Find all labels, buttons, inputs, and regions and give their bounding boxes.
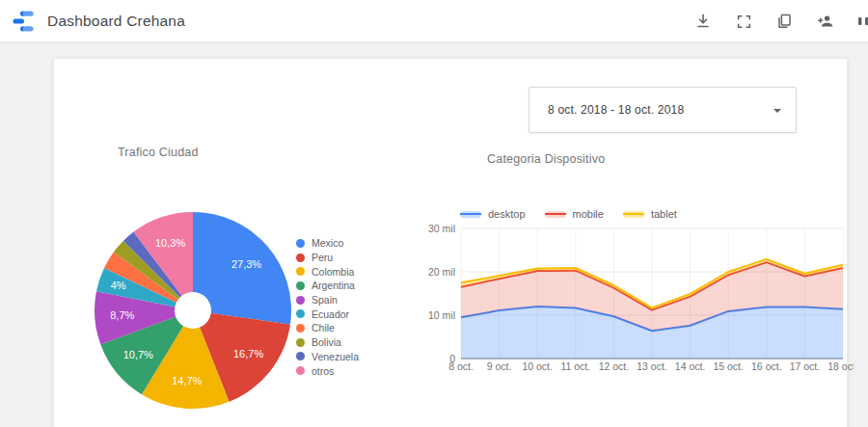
report-title: Dashboard Crehana xyxy=(47,13,185,30)
traffic-city-pie-chart[interactable]: 27,3%16,7%14,7%10,7%8,7%4%10,3% xyxy=(92,209,294,412)
legend-label: Colombia xyxy=(312,266,354,278)
copy-pages-icon[interactable] xyxy=(772,9,797,34)
pie-legend-item-bolivia: Bolivia xyxy=(296,335,359,350)
area-legend-item-desktop: desktop xyxy=(460,208,526,220)
legend-label: Venezuela xyxy=(312,351,359,362)
legend-label: Chile xyxy=(312,322,335,334)
x-tick-label: 12 oct. xyxy=(599,360,630,372)
date-range-selector[interactable]: 8 oct. 2018 - 18 oct. 2018 xyxy=(529,87,797,133)
legend-color-dot xyxy=(296,254,305,262)
area-legend-item-tablet: tablet xyxy=(623,208,677,220)
legend-swatch xyxy=(545,211,566,218)
legend-label: desktop xyxy=(488,208,526,220)
x-tick-label: 11 oct. xyxy=(560,360,590,372)
legend-swatch-line xyxy=(623,213,644,215)
date-range-value: 8 oct. 2018 - 18 oct. 2018 xyxy=(548,103,684,117)
legend-color-dot xyxy=(296,296,305,305)
y-tick-label: 20 mil xyxy=(428,266,455,278)
pie-legend: MexicoPeruColombiaArgentinaSpainEcuadorC… xyxy=(296,236,359,378)
legend-color-dot xyxy=(296,267,305,276)
area-legend-item-mobile: mobile xyxy=(545,208,604,220)
pie-slice-label: 16,7% xyxy=(233,348,263,360)
x-tick-label: 8 oct. xyxy=(448,360,474,372)
legend-color-dot xyxy=(296,366,305,375)
share-add-person-icon[interactable] xyxy=(812,9,837,34)
x-tick-label: 13 oct. xyxy=(637,360,667,372)
header-bar: Dashboard Crehana xyxy=(0,0,868,42)
legend-label: Ecuador xyxy=(312,308,349,320)
legend-swatch-line xyxy=(460,213,481,215)
legend-label: Argentina xyxy=(312,280,355,291)
pie-legend-item-mexico: Mexico xyxy=(296,236,359,251)
legend-label: tablet xyxy=(651,208,677,220)
pie-slice-label: 4% xyxy=(111,280,126,291)
caret-down-icon xyxy=(773,109,781,113)
pie-legend-item-otros: otros xyxy=(296,363,359,378)
x-tick-label: 16 oct. xyxy=(751,360,782,372)
legend-color-dot xyxy=(296,324,305,333)
y-tick-label: 10 mil xyxy=(428,309,455,321)
pie-legend-item-venezuela: Venezuela xyxy=(296,350,359,364)
pie-slice-label: 14,7% xyxy=(172,375,202,387)
x-tick-label: 10 oct. xyxy=(522,360,553,372)
header-actions xyxy=(691,0,868,42)
download-icon[interactable] xyxy=(691,9,716,34)
pie-slice-label: 10,3% xyxy=(155,237,185,249)
legend-color-dot xyxy=(296,309,305,318)
legend-label: Spain xyxy=(312,294,338,306)
legend-color-dot xyxy=(296,281,305,290)
legend-label: Bolivia xyxy=(312,336,341,348)
pie-slice-label: 27,3% xyxy=(231,258,261,270)
x-tick-label: 17 oct. xyxy=(790,360,821,372)
pie-slice-label: 10,7% xyxy=(123,349,153,360)
legend-label: mobile xyxy=(573,208,604,220)
clipped-edge-icon[interactable] xyxy=(853,9,868,34)
legend-label: Peru xyxy=(312,252,333,263)
pie-slice-label: 8,7% xyxy=(110,309,134,321)
device-category-area-chart[interactable]: 010 mil20 mil30 mil8 oct.9 oct.10 oct.11… xyxy=(420,222,854,378)
pie-donut-hole xyxy=(175,292,211,329)
pie-legend-item-argentina: Argentina xyxy=(296,279,359,293)
pie-legend-item-peru: Peru xyxy=(296,251,359,265)
fullscreen-icon[interactable] xyxy=(731,9,756,34)
pie-legend-item-chile: Chile xyxy=(296,321,359,335)
area-chart-title: Categoria Dispositivo xyxy=(487,152,605,166)
x-tick-label: 18 oct. xyxy=(827,360,854,372)
data-studio-logo-icon xyxy=(11,9,36,34)
legend-label: Mexico xyxy=(312,237,343,249)
x-tick-label: 14 oct. xyxy=(675,360,706,372)
legend-swatch-line xyxy=(545,213,566,215)
y-tick-label: 30 mil xyxy=(428,223,455,234)
legend-swatch xyxy=(623,211,644,218)
legend-color-dot xyxy=(296,338,305,347)
legend-color-dot xyxy=(296,239,305,248)
legend-swatch xyxy=(460,211,481,218)
area-legend: desktopmobiletablet xyxy=(460,208,696,220)
datastudio-report-view: Dashboard Crehana xyxy=(0,0,868,427)
legend-label: otros xyxy=(312,365,334,377)
pie-chart-title: Trafico Ciudad xyxy=(118,146,199,159)
legend-color-dot xyxy=(296,352,305,360)
pie-legend-item-ecuador: Ecuador xyxy=(296,307,359,321)
pie-legend-item-spain: Spain xyxy=(296,293,359,307)
x-tick-label: 9 oct. xyxy=(487,360,512,372)
pie-legend-item-colombia: Colombia xyxy=(296,264,359,279)
x-tick-label: 15 oct. xyxy=(713,360,744,372)
